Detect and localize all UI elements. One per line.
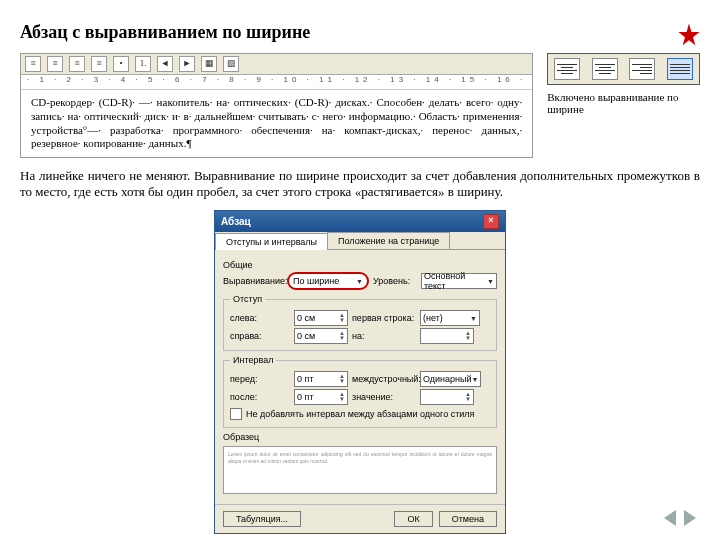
alignment-callout: Включено выравнивание по ширине — [547, 53, 700, 158]
alignment-caption: Включено выравнивание по ширине — [547, 91, 700, 115]
label-alignment: Выравнивание: — [223, 276, 283, 286]
right-indent-input[interactable]: 0 см▲▼ — [294, 328, 348, 344]
fill-icon: ▨ — [223, 56, 239, 72]
firstline-select[interactable]: (нет)▼ — [420, 310, 480, 326]
align-left-button[interactable] — [554, 58, 580, 80]
left-value: 0 см — [297, 313, 315, 323]
align-left-icon: ≡ — [25, 56, 41, 72]
alignment-value: По ширине — [293, 276, 339, 286]
page-title: Абзац с выравниванием по ширине — [20, 22, 310, 43]
preview-label: Образец — [223, 432, 497, 442]
dialog-titlebar: Абзац × — [215, 211, 505, 232]
legend-spacing: Интервал — [230, 355, 276, 365]
bullets-icon: • — [113, 56, 129, 72]
align-justify-button[interactable] — [667, 58, 693, 80]
linespacing-by-input[interactable]: ▲▼ — [420, 389, 474, 405]
group-indent: Отступ слева: 0 см▲▼ первая строка: (нет… — [223, 294, 497, 351]
star-badge-icon — [678, 24, 700, 48]
document-paragraph: CD-рекордер· (CD-R)· —· накопитель· на· … — [21, 90, 532, 157]
tab-position[interactable]: Положение на странице — [327, 232, 450, 249]
label-linespacing: междустрочный: — [352, 374, 416, 384]
before-value: 0 пт — [297, 374, 314, 384]
checkbox-icon — [230, 408, 242, 420]
word-toolbar: ≡ ≡ ≡ ≡ • 1. ◄ ► ▦ ▨ — [21, 54, 532, 75]
label-level: Уровень: — [373, 276, 417, 286]
label-before: перед: — [230, 374, 290, 384]
label-firstline: первая строка: — [352, 313, 416, 323]
alignment-select[interactable]: По ширине ▼ — [287, 272, 369, 290]
line-value: Одинарный — [423, 374, 472, 384]
group-spacing: Интервал перед: 0 пт▲▼ междустрочный: Од… — [223, 355, 497, 428]
label-by2: значение: — [352, 392, 416, 402]
after-value: 0 пт — [297, 392, 314, 402]
after-input[interactable]: 0 пт▲▼ — [294, 389, 348, 405]
justify-icon: ≡ — [91, 56, 107, 72]
chevron-down-icon: ▼ — [487, 278, 494, 285]
prev-slide-icon[interactable] — [664, 510, 676, 526]
label-after: после: — [230, 392, 290, 402]
level-value: Основной текст — [424, 271, 487, 291]
checkbox-label: Не добавлять интервал между абзацами одн… — [246, 409, 474, 419]
cancel-button[interactable]: Отмена — [439, 511, 497, 527]
ruler: · 1 · 2 · 3 · 4 · 5 · 6 · 7 · 8 · 9 · 10… — [21, 75, 532, 90]
no-space-checkbox[interactable]: Не добавлять интервал между абзацами одн… — [230, 408, 490, 420]
chevron-down-icon: ▼ — [356, 278, 363, 285]
tab-indents[interactable]: Отступы и интервалы — [215, 233, 328, 250]
next-slide-icon[interactable] — [684, 510, 696, 526]
firstline-by-input[interactable]: ▲▼ — [420, 328, 474, 344]
first-value: (нет) — [423, 313, 443, 323]
border-icon: ▦ — [201, 56, 217, 72]
align-center-icon: ≡ — [47, 56, 63, 72]
label-by1: на: — [352, 331, 416, 341]
explanation-paragraph: На линейке ничего не меняют. Выравнивани… — [20, 168, 700, 200]
indent-dec-icon: ◄ — [157, 56, 173, 72]
word-document-snippet: ≡ ≡ ≡ ≡ • 1. ◄ ► ▦ ▨ · 1 · 2 · 3 · 4 · 5… — [20, 53, 533, 158]
linespacing-select[interactable]: Одинарный▼ — [420, 371, 481, 387]
legend-indent: Отступ — [230, 294, 265, 304]
dialog-title: Абзац — [221, 216, 251, 227]
alignment-toolbar — [547, 53, 700, 85]
align-center-button[interactable] — [592, 58, 618, 80]
label-left: слева: — [230, 313, 290, 323]
preview-pane: Lorem ipsum dolor sit amet consectetur a… — [223, 446, 497, 494]
level-select[interactable]: Основной текст ▼ — [421, 273, 497, 289]
ok-button[interactable]: ОК — [394, 511, 432, 527]
align-right-icon: ≡ — [69, 56, 85, 72]
align-right-button[interactable] — [629, 58, 655, 80]
right-value: 0 см — [297, 331, 315, 341]
indent-inc-icon: ► — [179, 56, 195, 72]
dialog-tabs: Отступы и интервалы Положение на страниц… — [215, 232, 505, 250]
close-icon[interactable]: × — [483, 214, 499, 229]
paragraph-dialog: Абзац × Отступы и интервалы Положение на… — [214, 210, 506, 534]
numbering-icon: 1. — [135, 56, 151, 72]
before-input[interactable]: 0 пт▲▼ — [294, 371, 348, 387]
left-indent-input[interactable]: 0 см▲▼ — [294, 310, 348, 326]
group-general: Общие — [223, 260, 497, 270]
label-right: справа: — [230, 331, 290, 341]
illustration-row: ≡ ≡ ≡ ≡ • 1. ◄ ► ▦ ▨ · 1 · 2 · 3 · 4 · 5… — [20, 53, 700, 158]
tabs-button[interactable]: Табуляция... — [223, 511, 301, 527]
slide-nav — [664, 510, 696, 526]
